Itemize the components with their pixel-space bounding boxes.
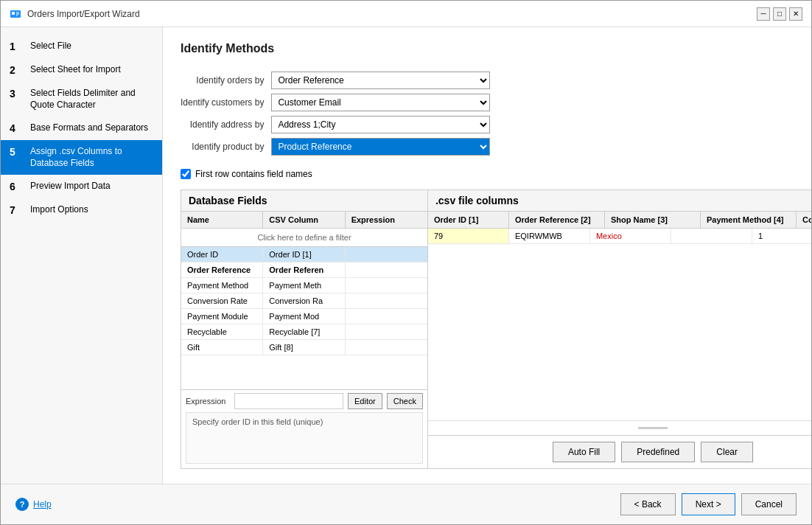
step-label-3: Select Fields Delimiter and Quote Charac… (30, 88, 153, 111)
minimize-button[interactable]: ─ (757, 7, 770, 21)
db-cell-csv: Gift [8] (263, 340, 345, 355)
title-controls: ─ □ ✕ (757, 7, 802, 21)
bottom-right: < Back Next > Cancel (620, 493, 797, 515)
sidebar: 1 Select File 2 Select Sheet for Import … (1, 27, 163, 484)
db-panel: Database Fields Name CSV Column Expressi… (181, 190, 428, 469)
clear-button[interactable]: Clear (701, 442, 753, 462)
back-button[interactable]: < Back (620, 493, 676, 515)
hint-box: Specify order ID in this field (unique) (186, 412, 423, 464)
help-link[interactable]: Help (33, 499, 52, 510)
orders-label: Identify orders by (181, 75, 264, 86)
help-icon: ? (15, 498, 29, 511)
csv-buttons: Auto Fill Predefined Clear (428, 435, 811, 468)
table-row[interactable]: Payment Method Payment Meth (181, 278, 427, 293)
product-label: Identify product by (181, 142, 264, 152)
sidebar-item-3[interactable]: 3 Select Fields Delimiter and Quote Char… (1, 82, 162, 117)
csv-cell-orderid: 79 (428, 229, 509, 243)
sidebar-item-5[interactable]: 5 Assign .csv Columns to Database Fields (1, 140, 162, 175)
step-label-1: Select File (30, 41, 71, 52)
orders-select[interactable]: Order Reference (271, 72, 490, 89)
table-row[interactable]: Payment Module Payment Mod (181, 309, 427, 324)
filter-row[interactable]: Click here to define a filter (181, 229, 427, 247)
expression-input[interactable] (234, 393, 343, 409)
first-row-checkbox-row: First row contains field names (181, 169, 794, 179)
product-select[interactable]: Product Reference (271, 138, 490, 156)
editor-button[interactable]: Editor (348, 393, 382, 409)
table-row[interactable]: Order Reference Order Referen (181, 262, 427, 278)
csv-cell-orderref: EQIRWMWB (509, 229, 590, 243)
db-cell-expr (346, 309, 427, 324)
step-num-3: 3 (10, 88, 23, 100)
sidebar-item-4[interactable]: 4 Base Formats and Separators (1, 117, 162, 140)
db-panel-title: Database Fields (181, 190, 427, 212)
step-num-2: 2 (10, 64, 23, 76)
db-cell-expr (346, 324, 427, 339)
content-area: 1 Select File 2 Select Sheet for Import … (1, 27, 811, 484)
step-label-4: Base Formats and Separators (30, 122, 148, 134)
db-cell-csv: Payment Mod (263, 309, 345, 324)
db-cell-expr (346, 293, 427, 308)
cancel-button[interactable]: Cancel (741, 493, 797, 515)
csv-col-3: Shop Name [3] (605, 212, 701, 228)
predefined-button[interactable]: Predefined (621, 442, 695, 462)
main-content: Identify Methods Identify orders by Orde… (163, 27, 811, 484)
csv-panel-title: .csv file columns (428, 190, 811, 212)
maximize-button[interactable]: □ (773, 7, 786, 21)
db-cell-csv: Recyclable [7] (263, 324, 345, 339)
step-num-5: 5 (10, 146, 23, 158)
db-cell-name: Gift (181, 340, 263, 355)
step-num-6: 6 (10, 181, 23, 192)
csv-cell-payment (671, 229, 752, 243)
sidebar-item-2[interactable]: 2 Select Sheet for Import (1, 58, 162, 82)
csv-cell-conversion: 1 (752, 229, 811, 243)
title-bar: Orders Import/Export Wizard ─ □ ✕ (1, 1, 811, 27)
bottom-left: ? Help (15, 498, 52, 511)
csv-col-5: Conversion Rate (797, 212, 811, 228)
table-row[interactable]: Conversion Rate Conversion Ra (181, 293, 427, 309)
db-cell-csv: Conversion Ra (263, 293, 345, 308)
svg-rect-1 (12, 12, 15, 15)
db-col-name: Name (181, 212, 263, 228)
app-icon (10, 8, 21, 20)
db-col-expr: Expression (346, 212, 427, 228)
csv-cell-shopname: Mexico (590, 229, 671, 243)
sidebar-item-1[interactable]: 1 Select File (1, 35, 162, 58)
close-button[interactable]: ✕ (789, 7, 802, 21)
table-row[interactable]: Recyclable Recyclable [7] (181, 324, 427, 340)
address-select[interactable]: Address 1;City (271, 116, 490, 133)
csv-data-row: 79 (428, 229, 811, 244)
customers-select[interactable]: Customer Email (271, 94, 490, 111)
csv-col-2: Order Reference [2] (509, 212, 605, 228)
table-row[interactable]: Order ID Order ID [1] (181, 247, 427, 262)
csv-table-header: Order ID [1] Order Reference [2] Shop Na… (428, 212, 811, 229)
main-window: Orders Import/Export Wizard ─ □ ✕ 1 Sele… (0, 0, 812, 525)
identify-methods-grid: Identify orders by Order Reference Ident… (181, 72, 490, 156)
first-row-checkbox[interactable] (181, 169, 191, 179)
check-button[interactable]: Check (387, 393, 423, 409)
csv-col-4: Payment Method [4] (701, 212, 797, 228)
db-col-csv: CSV Column (263, 212, 345, 228)
db-cell-name: Order Reference (181, 262, 263, 277)
next-button[interactable]: Next > (682, 493, 735, 515)
csv-col-1: Order ID [1] (428, 212, 509, 228)
address-label: Identify address by (181, 119, 264, 130)
table-row[interactable]: Gift Gift [8] (181, 340, 427, 355)
step-num-4: 4 (10, 122, 23, 134)
db-cell-csv: Payment Meth (263, 278, 345, 293)
db-cell-csv: Order ID [1] (263, 247, 345, 262)
db-table: Name CSV Column Expression Click here to… (181, 212, 427, 389)
sidebar-item-6[interactable]: 6 Preview Import Data (1, 175, 162, 198)
step-label-2: Select Sheet for Import (30, 64, 121, 76)
auto-fill-button[interactable]: Auto Fill (553, 442, 615, 462)
title-bar-left: Orders Import/Export Wizard (10, 8, 140, 20)
step-num-7: 7 (10, 204, 23, 216)
db-cell-expr (346, 278, 427, 293)
customers-label: Identify customers by (181, 97, 264, 108)
db-cell-expr (346, 247, 427, 262)
sidebar-item-7[interactable]: 7 Import Options (1, 198, 162, 222)
expression-row: Expression Editor Check (181, 389, 427, 412)
db-cell-name: Recyclable (181, 324, 263, 339)
db-cell-name: Order ID (181, 247, 263, 262)
two-panel: Database Fields Name CSV Column Expressi… (181, 190, 794, 469)
window-title: Orders Import/Export Wizard (27, 9, 140, 19)
